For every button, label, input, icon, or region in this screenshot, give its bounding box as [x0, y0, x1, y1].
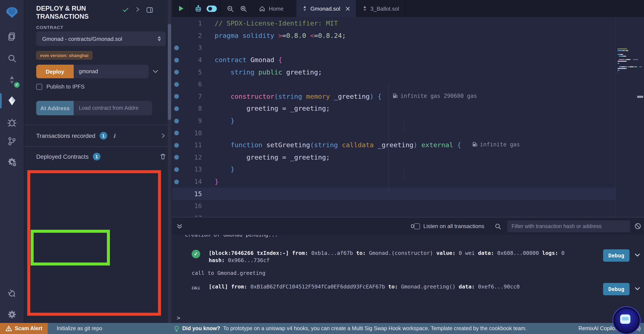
copilot-toggle[interactable] — [206, 5, 216, 12]
terminal-prompt[interactable]: > — [177, 315, 180, 321]
search-icon[interactable] — [0, 49, 24, 68]
line-number[interactable]: 3 — [180, 44, 202, 52]
remix-logo[interactable] — [0, 2, 24, 23]
code-line[interactable]: 1// SPDX-License-Identifier: MIT — [172, 17, 616, 29]
expand-deploy-chevron-icon[interactable] — [152, 68, 159, 75]
deploy-button[interactable]: Deploy — [36, 65, 74, 78]
clear-filter-ban-icon[interactable] — [634, 223, 642, 230]
line-number[interactable]: 17 — [180, 214, 202, 217]
terminal: creation of Gmonad pending... 0 Listen o… — [172, 217, 644, 323]
panel-forward-chevron-icon[interactable] — [134, 6, 140, 14]
code-line[interactable]: 9 } — [172, 115, 616, 127]
code-line[interactable]: 13 } — [172, 163, 616, 176]
line-number[interactable]: 16 — [180, 202, 202, 210]
code-line[interactable]: 12 greeting = _greeting; — [172, 151, 616, 163]
remix-ai-assistant-button[interactable] — [613, 307, 640, 334]
line-number[interactable]: 2 — [180, 32, 202, 39]
line-number[interactable]: 13 — [180, 166, 202, 173]
deploy-run-icon[interactable] — [0, 91, 24, 110]
contract-select[interactable]: Gmonad - contracts/Gmonad.sol — [36, 31, 166, 46]
gutter-marker-dot[interactable] — [174, 131, 179, 135]
code-editor[interactable]: 1// SPDX-License-Identifier: MIT2pragma … — [172, 17, 644, 217]
gutter-marker-dot[interactable] — [174, 45, 179, 50]
code-line[interactable]: 11 function setGreeting(string calldata … — [172, 139, 616, 151]
code-line[interactable]: 16 — [172, 200, 616, 212]
debug-button[interactable]: Debug — [603, 283, 630, 295]
code-line[interactable]: 10 — [172, 127, 616, 139]
code-line[interactable]: 7 constructor(string memory _greeting) {… — [172, 90, 616, 102]
pin-panel-icon[interactable] — [146, 6, 153, 14]
debug-button[interactable]: Debug — [603, 249, 630, 262]
line-number[interactable]: 5 — [180, 68, 202, 76]
code-line[interactable]: 17 — [172, 212, 616, 217]
zoom-in-icon[interactable] — [240, 5, 247, 12]
collapse-terminal-icon[interactable] — [176, 223, 183, 230]
publish-ipfs-checkbox[interactable] — [36, 84, 42, 90]
expand-log-chevron-icon[interactable] — [634, 286, 640, 292]
line-number[interactable]: 14 — [180, 178, 202, 186]
ai-copilot-robot-icon[interactable] — [194, 4, 202, 12]
code-line[interactable]: 15 — [172, 188, 616, 200]
terminal-search-icon[interactable] — [494, 223, 501, 230]
code-line[interactable]: 14} — [172, 176, 616, 188]
line-number[interactable]: 11 — [180, 141, 202, 149]
tab-home[interactable]: Home — [253, 0, 290, 17]
gutter-marker-dot[interactable] — [174, 179, 179, 184]
gutter-marker-dot[interactable] — [174, 106, 179, 111]
expand-log-chevron-icon[interactable] — [634, 252, 640, 258]
trash-icon[interactable] — [160, 153, 166, 160]
run-script-button[interactable] — [172, 0, 190, 17]
code-line[interactable]: 8 greeting = _greeting; — [172, 102, 616, 115]
line-number[interactable]: 10 — [180, 129, 202, 137]
line-number[interactable]: 8 — [180, 105, 202, 112]
git-icon[interactable] — [0, 132, 24, 151]
debugger-icon[interactable] — [0, 113, 24, 131]
line-number[interactable]: 12 — [180, 154, 202, 161]
gutter-marker-dot[interactable] — [174, 155, 179, 160]
gutter-marker-dot[interactable] — [174, 82, 179, 87]
file-explorer-icon[interactable] — [0, 27, 24, 46]
line-number[interactable]: 6 — [180, 81, 202, 88]
line-number[interactable]: 4 — [180, 56, 202, 64]
close-tab-icon[interactable] — [346, 6, 350, 11]
panel-scrollbar-thumb[interactable] — [168, 24, 171, 120]
transaction-filter-input[interactable] — [507, 220, 630, 232]
gutter-marker-dot[interactable] — [174, 143, 179, 147]
plugin-connector-icon[interactable] — [0, 284, 24, 303]
settings-gear-icon[interactable] — [0, 305, 24, 324]
line-number[interactable]: 7 — [180, 93, 202, 100]
indent-guide — [388, 83, 389, 193]
gutter-marker-dot[interactable] — [174, 94, 179, 99]
zoom-out-icon[interactable] — [226, 5, 234, 12]
expand-recorded-chevron-icon[interactable] — [160, 133, 166, 139]
gutter-marker-dot[interactable] — [174, 70, 179, 74]
deploy-run-panel: DEPLOY & RUN TRANSACTIONS CONTRACT Gmona… — [24, 0, 172, 323]
gutter-marker-dot[interactable] — [174, 167, 179, 172]
code-line[interactable]: 5 string public greeting; — [172, 66, 616, 78]
scam-alert-button[interactable]: Scam Alert — [0, 323, 48, 334]
solidity-compiler-icon[interactable]: ✓ — [0, 71, 24, 89]
code-line[interactable]: 2pragma solidity >=0.8.0 <=0.8.24; — [172, 29, 616, 42]
minimap[interactable] — [618, 48, 642, 79]
code-line[interactable]: 4contract Gmonad { — [172, 54, 616, 66]
tab-ballot-sol[interactable]: 3_Ballot.sol — [356, 0, 406, 17]
line-number[interactable]: 15 — [180, 190, 202, 198]
compile-success-badge: ✓ — [14, 82, 20, 88]
editor-tabbar: Home Gmonad.sol 3_Ballot.sol — [172, 0, 644, 17]
transactions-recorded-row[interactable]: Transactions recorded 1 i — [24, 125, 172, 147]
contract-select-value: Gmonad - contracts/Gmonad.sol — [42, 35, 157, 42]
code-line[interactable]: 6 — [172, 78, 616, 90]
tab-gmonad-sol[interactable]: Gmonad.sol — [296, 0, 356, 17]
init-git-repo-button[interactable]: Initialize as git repo — [57, 323, 102, 334]
gutter-marker-dot[interactable] — [174, 58, 179, 62]
code-line[interactable]: 3 — [172, 42, 616, 54]
gutter-marker-dot[interactable] — [174, 118, 179, 123]
listen-all-checkbox[interactable] — [414, 223, 420, 229]
at-address-button[interactable]: At Address — [36, 101, 74, 115]
constructor-arg-input[interactable] — [74, 65, 149, 78]
plugin-manager-icon[interactable] — [0, 153, 24, 171]
line-number[interactable]: 1 — [180, 20, 202, 27]
at-address-input[interactable] — [74, 101, 152, 115]
editor-scrollbar-thumb[interactable] — [637, 96, 643, 98]
line-number[interactable]: 9 — [180, 117, 202, 125]
